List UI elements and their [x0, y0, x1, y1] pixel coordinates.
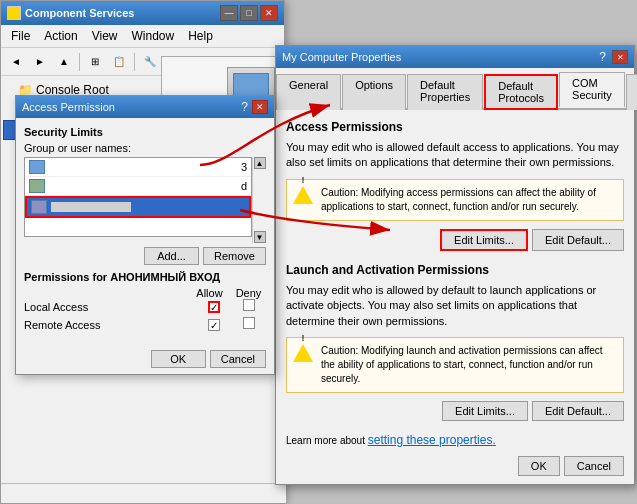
menu-window[interactable]: Window [126, 27, 181, 45]
back-button[interactable]: ◄ [5, 51, 27, 73]
close-button[interactable]: ✕ [260, 5, 278, 21]
mc-tabs: General Options Default Properties Defau… [276, 68, 634, 110]
launch-section-title: Launch and Activation Permissions [286, 263, 624, 277]
mc-close-button[interactable]: ✕ [612, 50, 628, 64]
tab-com-security[interactable]: COM Security [559, 72, 625, 108]
learn-more-text: Learn more about setting these propertie… [286, 433, 624, 447]
launch-btn-row: Edit Limits... Edit Default... [286, 401, 624, 421]
user-list-item[interactable]: d [25, 177, 251, 196]
dialog-close-button[interactable]: ✕ [252, 100, 268, 114]
user-list-box[interactable]: 3 d [24, 157, 252, 237]
perm-col-deny: Deny [231, 287, 266, 299]
user-avatar-icon [31, 200, 47, 214]
perm-col-name [24, 287, 188, 299]
local-deny-check[interactable] [231, 299, 266, 314]
mc-cancel-button[interactable]: Cancel [564, 456, 624, 476]
list-scrollbar[interactable]: ▲ ▼ [252, 157, 266, 243]
menu-bar: File Action View Window Help [1, 25, 284, 48]
security-limits-label: Security Limits [24, 126, 266, 138]
access-permission-title: Access Permission [22, 101, 115, 113]
remote-deny-checkbox[interactable] [243, 317, 255, 329]
dialog-ok-button[interactable]: OK [151, 350, 206, 368]
menu-action[interactable]: Action [38, 27, 83, 45]
access-perm-warning-text: Caution: Modifying access permissions ca… [321, 186, 617, 214]
dialog-cancel-button[interactable]: Cancel [210, 350, 266, 368]
tab-default-protocols[interactable]: Default Protocols [484, 74, 558, 110]
mc-title-controls: ? ✕ [599, 50, 628, 64]
toolbar-separator-1 [79, 53, 80, 71]
permissions-header: Permissions for АНОНИМНЫЙ ВХОД [24, 271, 266, 283]
tab-general[interactable]: General [276, 74, 341, 110]
access-edit-default-button[interactable]: Edit Default... [532, 229, 624, 251]
main-title-bar: Component Services — □ ✕ [1, 1, 284, 25]
main-window-title: Component Services [25, 7, 134, 19]
user-name [49, 161, 237, 173]
toolbar-separator-2 [134, 53, 135, 71]
mc-help-btn[interactable]: ? [599, 50, 606, 64]
settings-link[interactable]: setting these properties. [368, 433, 496, 447]
tab-options[interactable]: Options [342, 74, 406, 110]
blurred-username [51, 202, 131, 212]
permissions-section: Permissions for АНОНИМНЫЙ ВХОД Allow Den… [24, 271, 266, 332]
forward-button[interactable]: ► [29, 51, 51, 73]
access-perm-btn-row: Edit Limits... Edit Default... [286, 229, 624, 251]
perm-local-access-label: Local Access [24, 301, 196, 313]
launch-edit-default-button[interactable]: Edit Default... [532, 401, 624, 421]
menu-help[interactable]: Help [182, 27, 219, 45]
user-list-item-selected[interactable] [25, 196, 251, 218]
user-num: d [241, 180, 247, 192]
local-deny-checkbox[interactable] [243, 299, 255, 311]
access-perm-section-title: Access Permissions [286, 120, 624, 134]
menu-file[interactable]: File [5, 27, 36, 45]
mc-ok-button[interactable]: OK [518, 456, 560, 476]
tab-msdtc[interactable]: MSDTC [626, 74, 637, 110]
perm-row-remote: Remote Access ✓ [24, 317, 266, 332]
properties-button[interactable]: 🔧 [139, 51, 161, 73]
paste-button[interactable]: 📋 [108, 51, 130, 73]
access-permission-dialog: Access Permission ? ✕ Security Limits Gr… [15, 95, 275, 375]
scroll-down-btn[interactable]: ▼ [254, 231, 266, 243]
local-allow-checkbox[interactable]: ✓ [208, 301, 220, 313]
perm-remote-access-label: Remote Access [24, 319, 196, 331]
mc-title-text: My Computer Properties [282, 51, 401, 63]
user-num: 3 [241, 161, 247, 173]
remove-button[interactable]: Remove [203, 247, 266, 265]
perm-row-local: Local Access ✓ [24, 299, 266, 314]
access-edit-limits-button[interactable]: Edit Limits... [440, 229, 528, 251]
perm-col-allow: Allow [192, 287, 227, 299]
access-perm-info: You may edit who is allowed default acce… [286, 140, 624, 171]
add-button[interactable]: Add... [144, 247, 199, 265]
scroll-up-btn[interactable]: ▲ [254, 157, 266, 169]
up-button[interactable]: ▲ [53, 51, 75, 73]
tab-default-properties[interactable]: Default Properties [407, 74, 483, 110]
user-avatar-icon [29, 179, 45, 193]
remote-allow-check[interactable]: ✓ [196, 318, 231, 332]
access-permission-title-bar: Access Permission ? ✕ [16, 96, 274, 118]
status-bar [1, 483, 286, 503]
dialog-footer: OK Cancel [151, 350, 266, 368]
local-allow-check[interactable]: ✓ [196, 300, 231, 314]
user-list-item[interactable]: 3 [25, 158, 251, 177]
launch-warning: ! Caution: Modifying launch and activati… [286, 337, 624, 393]
user-name [49, 180, 237, 192]
access-perm-warning: ! Caution: Modifying access permissions … [286, 179, 624, 221]
dialog-body: Security Limits Group or user names: 3 d [16, 118, 274, 343]
minimize-button[interactable]: — [220, 5, 238, 21]
launch-warning-text: Caution: Modifying launch and activation… [321, 344, 617, 386]
dialog-help-btn[interactable]: ? [241, 100, 248, 114]
mc-body: Access Permissions You may edit who is a… [276, 110, 634, 457]
copy-button[interactable]: ⊞ [84, 51, 106, 73]
user-list-container: 3 d ▲ ▼ [24, 157, 266, 243]
menu-view[interactable]: View [86, 27, 124, 45]
maximize-button[interactable]: □ [240, 5, 258, 21]
add-remove-btn-row: Add... Remove [24, 247, 266, 265]
launch-edit-limits-button[interactable]: Edit Limits... [442, 401, 528, 421]
app-icon [7, 6, 21, 20]
group-users-label: Group or user names: [24, 142, 266, 154]
remote-deny-check[interactable] [231, 317, 266, 332]
launch-info: You may edit who is allowed by default t… [286, 283, 624, 329]
mc-title-bar: My Computer Properties ? ✕ [276, 46, 634, 68]
remote-allow-checkbox[interactable]: ✓ [208, 319, 220, 331]
mc-properties-dialog: My Computer Properties ? ✕ General Optio… [275, 45, 635, 485]
mc-footer: OK Cancel [518, 456, 624, 476]
